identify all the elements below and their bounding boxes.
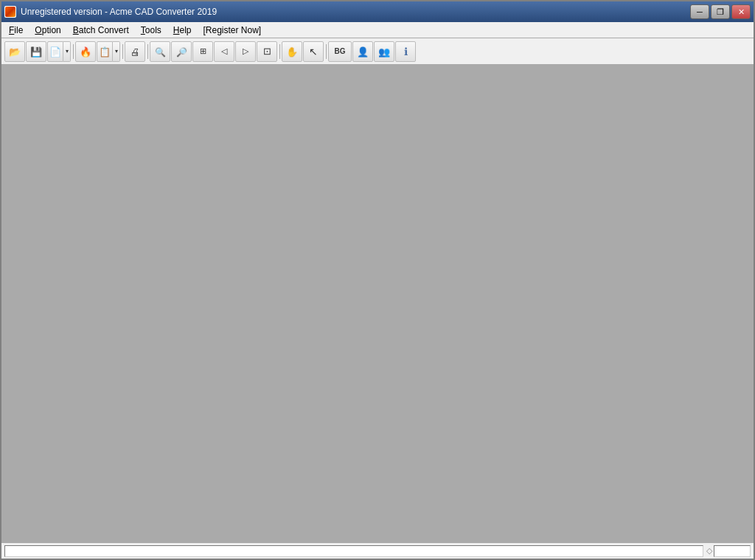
zoom-out-button[interactable] bbox=[171, 41, 192, 62]
saveas-dropdown-button[interactable]: ▾ bbox=[63, 41, 71, 62]
saveas-icon bbox=[49, 46, 61, 57]
user-button[interactable] bbox=[352, 41, 373, 62]
save-button[interactable] bbox=[26, 41, 46, 62]
zoom-out-icon bbox=[176, 46, 187, 57]
zoom-next-icon: ▷ bbox=[243, 46, 248, 56]
zoom-in-icon bbox=[155, 46, 166, 57]
zoom-window-icon: ⊞ bbox=[200, 46, 206, 56]
status-position bbox=[714, 545, 751, 557]
saveas-button[interactable] bbox=[47, 41, 63, 62]
zoom-prev-icon: ◁ bbox=[221, 46, 227, 56]
zoom-in-button[interactable] bbox=[150, 41, 170, 62]
zoom-extents-button[interactable]: ⊡ bbox=[257, 41, 277, 62]
save-icon bbox=[30, 46, 42, 57]
status-text bbox=[4, 545, 703, 557]
zoom-next-button[interactable]: ▷ bbox=[235, 41, 256, 62]
select-button[interactable]: ↖ bbox=[303, 41, 324, 62]
menu-bar: File Option Batch Convert Tools Help [Re… bbox=[1, 22, 754, 38]
toolbar-separator-3 bbox=[146, 41, 149, 62]
menu-register-label: [Register Now] bbox=[203, 25, 262, 35]
app-container: Unregistered version - Acme CAD Converte… bbox=[1, 1, 754, 559]
close-button[interactable]: ✕ bbox=[731, 4, 751, 19]
zoom-prev-button[interactable]: ◁ bbox=[214, 41, 234, 62]
minimize-button[interactable]: ─ bbox=[690, 4, 709, 19]
title-left: Unregistered version - Acme CAD Converte… bbox=[4, 6, 217, 18]
status-bar: ◇ bbox=[1, 542, 754, 559]
zoom-extents-icon: ⊡ bbox=[263, 46, 271, 57]
copy-icon bbox=[99, 46, 111, 57]
flame-icon bbox=[80, 46, 91, 57]
toolbar: ▾ ▾ ⊞ bbox=[1, 38, 754, 65]
background-button[interactable]: BG bbox=[328, 41, 352, 62]
pan-icon bbox=[286, 46, 298, 57]
users-button[interactable] bbox=[374, 41, 394, 62]
convert-button[interactable] bbox=[75, 41, 96, 62]
title-text: Unregistered version - Acme CAD Converte… bbox=[21, 7, 217, 17]
menu-batch-convert-label: Batch Convert bbox=[73, 25, 129, 35]
print-button[interactable] bbox=[125, 41, 145, 62]
copy-button[interactable] bbox=[97, 41, 113, 62]
print-icon bbox=[131, 46, 140, 57]
bg-icon: BG bbox=[335, 47, 346, 55]
users-icon bbox=[378, 46, 390, 57]
zoom-window-button[interactable]: ⊞ bbox=[192, 41, 213, 62]
menu-batch-convert[interactable]: Batch Convert bbox=[67, 22, 135, 38]
open-button[interactable] bbox=[4, 41, 25, 62]
menu-register[interactable]: [Register Now] bbox=[198, 22, 268, 38]
toolbar-separator-1 bbox=[72, 41, 74, 62]
menu-file[interactable]: File bbox=[3, 22, 29, 38]
toolbar-separator-4 bbox=[278, 41, 281, 62]
toolbar-separator-2 bbox=[121, 41, 124, 62]
status-divider: ◇ bbox=[706, 546, 711, 556]
title-bar: Unregistered version - Acme CAD Converte… bbox=[1, 1, 754, 22]
info-icon bbox=[404, 46, 408, 57]
title-buttons: ─ ❐ ✕ bbox=[690, 4, 751, 19]
pan-button[interactable] bbox=[282, 41, 302, 62]
app-icon bbox=[4, 6, 16, 18]
open-icon bbox=[9, 46, 21, 57]
main-area bbox=[1, 65, 754, 542]
menu-option[interactable]: Option bbox=[29, 22, 66, 38]
info-button[interactable] bbox=[395, 41, 416, 62]
menu-option-label: Option bbox=[35, 25, 60, 35]
menu-file-label: File bbox=[9, 25, 23, 35]
toolbar-separator-5 bbox=[324, 41, 327, 62]
menu-tools[interactable]: Tools bbox=[135, 22, 167, 38]
copy-group: ▾ bbox=[97, 41, 120, 62]
saveas-group: ▾ bbox=[47, 41, 71, 62]
menu-help-label: Help bbox=[173, 25, 192, 35]
menu-tools-label: Tools bbox=[141, 25, 161, 35]
user-icon bbox=[357, 46, 369, 57]
menu-help[interactable]: Help bbox=[167, 22, 198, 38]
restore-button[interactable]: ❐ bbox=[711, 4, 730, 19]
copy-dropdown-button[interactable]: ▾ bbox=[113, 41, 120, 62]
select-icon: ↖ bbox=[309, 46, 318, 57]
